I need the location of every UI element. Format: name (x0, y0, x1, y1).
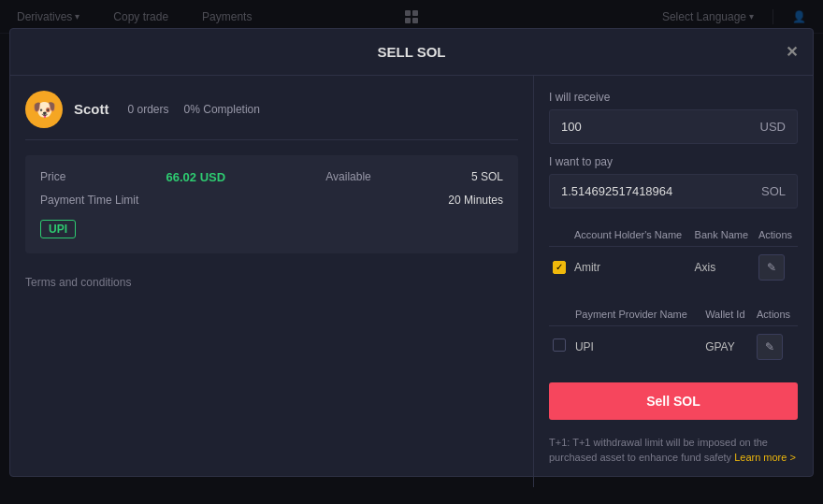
wallet-action-cell: ✎ (753, 325, 798, 367)
seller-name: Scott (74, 101, 109, 117)
bank-edit-button[interactable]: ✎ (758, 254, 785, 281)
modal-title: SELL SOL (377, 44, 445, 60)
pay-section: I want to pay SOL (549, 155, 798, 209)
terms-section[interactable]: Terms and conditions (25, 276, 518, 289)
bank-col-checkbox (549, 223, 570, 247)
wallet-checkbox[interactable] (553, 338, 566, 352)
receive-input-row: USD (549, 109, 798, 144)
sell-sol-modal: SELL SOL ✕ 🐶 Scott 0 orders 0% Completio… (9, 28, 814, 477)
price-value: 66.02 USD (166, 170, 226, 184)
right-panel: I will receive USD I want to pay SOL (534, 76, 813, 487)
sell-sol-button[interactable]: Sell SOL (549, 382, 798, 420)
receive-unit: USD (749, 110, 797, 143)
payment-time-row: Payment Time Limit 20 Minutes (40, 194, 503, 207)
bank-holder-cell: Amitr (570, 246, 691, 288)
bank-table-section: Account Holder's Name Bank Name Actions … (549, 220, 798, 288)
wallet-edit-button[interactable]: ✎ (757, 334, 783, 360)
wallet-table-section: Payment Provider Name Wallet Id Actions … (549, 299, 798, 367)
pay-input[interactable] (550, 175, 750, 208)
wallet-table: Payment Provider Name Wallet Id Actions … (549, 303, 798, 367)
seller-orders: 0 orders (128, 103, 169, 116)
terms-label: Terms and conditions (25, 276, 131, 289)
payment-method-row: UPI (40, 216, 503, 238)
payment-time-label: Payment Time Limit (40, 194, 138, 207)
available-label: Available (325, 170, 370, 183)
bank-col-holder: Account Holder's Name (570, 223, 691, 247)
bank-checkbox-cell (549, 246, 570, 288)
receive-section: I will receive USD (549, 91, 798, 144)
bank-col-bank: Bank Name (691, 223, 755, 247)
wallet-col-checkbox (549, 303, 571, 326)
bank-row: Amitr Axis ✎ (549, 246, 798, 288)
wallet-row: UPI GPAY ✎ (549, 325, 798, 367)
modal-header: SELL SOL ✕ (10, 29, 813, 76)
avatar: 🐶 (25, 91, 63, 128)
seller-stats: 0 orders 0% Completion (128, 103, 260, 116)
pay-unit: SOL (750, 175, 797, 208)
bank-checkbox[interactable] (553, 261, 566, 274)
disclaimer: T+1: T+1 withdrawal limit will be impose… (549, 435, 798, 466)
wallet-provider-cell: UPI (571, 325, 701, 367)
learn-more-link[interactable]: Learn more > (734, 452, 796, 463)
wallet-col-id: Wallet Id (701, 303, 753, 326)
price-label: Price (40, 170, 65, 183)
seller-info: 🐶 Scott 0 orders 0% Completion (25, 91, 518, 140)
pay-input-row: SOL (549, 174, 798, 209)
modal-body: 🐶 Scott 0 orders 0% Completion Price 66.… (10, 76, 813, 487)
pay-label: I want to pay (549, 155, 798, 168)
receive-label: I will receive (549, 91, 798, 104)
modal-overlay: SELL SOL ✕ 🐶 Scott 0 orders 0% Completio… (0, 0, 823, 504)
payment-time-value: 20 Minutes (448, 194, 503, 207)
left-panel: 🐶 Scott 0 orders 0% Completion Price 66.… (10, 76, 534, 487)
modal-close-button[interactable]: ✕ (786, 43, 798, 61)
bank-name-cell: Axis (691, 246, 755, 288)
bank-table: Account Holder's Name Bank Name Actions … (549, 223, 798, 288)
payment-method-badge: UPI (40, 220, 76, 238)
receive-input[interactable] (550, 110, 749, 143)
bank-col-actions: Actions (755, 223, 798, 247)
seller-completion: 0% Completion (184, 103, 260, 116)
wallet-id-cell: GPAY (701, 325, 753, 367)
wallet-col-provider: Payment Provider Name (571, 303, 701, 326)
available-value: 5 SOL (471, 170, 503, 183)
wallet-col-actions: Actions (753, 303, 798, 326)
wallet-checkbox-cell (549, 325, 571, 367)
price-row: Price 66.02 USD Available 5 SOL (40, 170, 503, 184)
bank-action-cell: ✎ (755, 246, 798, 288)
offer-details: Price 66.02 USD Available 5 SOL Payment … (25, 155, 518, 253)
